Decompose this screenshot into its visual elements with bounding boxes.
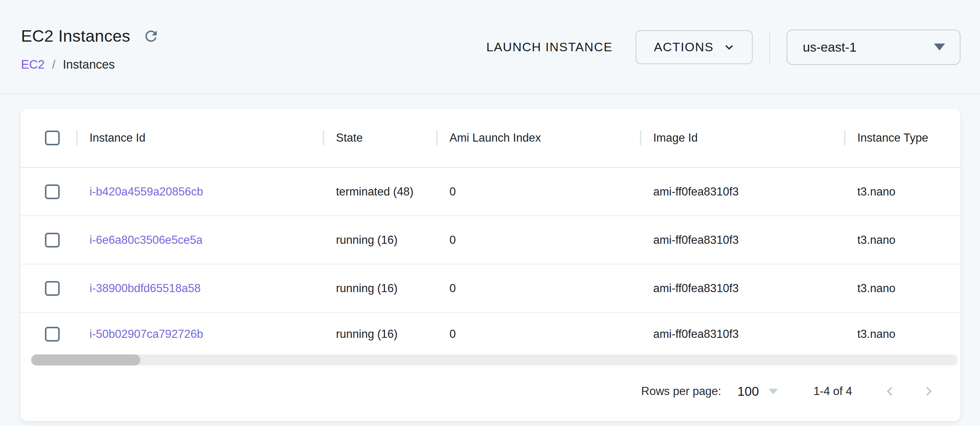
cell-state: running (16) — [323, 327, 436, 341]
pagination-range: 1-4 of 4 — [813, 385, 852, 398]
table-row: i-6e6a80c3506e5ce5a running (16) 0 ami-f… — [21, 216, 961, 265]
table-row: i-50b02907ca792726b running (16) 0 ami-f… — [21, 313, 961, 356]
horizontal-scrollbar-thumb[interactable] — [31, 354, 140, 365]
caret-down-icon — [768, 389, 778, 394]
table-row: i-38900bdfd65518a58 running (16) 0 ami-f… — [21, 265, 961, 313]
breadcrumb-current: Instances — [63, 57, 115, 72]
cell-ami-launch-index: 0 — [436, 233, 640, 247]
cell-ami-launch-index: 0 — [436, 282, 640, 295]
column-header-state: State — [323, 131, 436, 145]
rows-per-page-select[interactable]: 100 — [737, 384, 778, 399]
instance-id-link[interactable]: i-b420a4559a20856cb — [89, 185, 204, 198]
instance-id-link[interactable]: i-50b02907ca792726b — [89, 327, 204, 340]
cell-instance-id: i-38900bdfd65518a58 — [76, 282, 323, 295]
cell-image-id: ami-ff0fea8310f3 — [640, 233, 844, 247]
row-checkbox[interactable] — [45, 233, 60, 247]
cell-ami-launch-index: 0 — [436, 185, 640, 198]
cell-state: terminated (48) — [323, 185, 436, 198]
breadcrumb-separator: / — [52, 57, 55, 72]
row-checkbox[interactable] — [45, 184, 60, 199]
chevron-left-icon — [881, 383, 899, 400]
cell-instance-id: i-b420a4559a20856cb — [76, 185, 323, 198]
instance-id-link[interactable]: i-38900bdfd65518a58 — [89, 282, 201, 295]
select-all-checkbox[interactable] — [45, 131, 60, 145]
region-select[interactable]: us-east-1 — [787, 30, 961, 65]
chevron-right-icon — [920, 383, 938, 400]
cell-instance-type: t3.nano — [844, 327, 961, 341]
pagination-bar: Rows per page: 100 1-4 of 4 — [21, 372, 961, 410]
cell-instance-id: i-6e6a80c3506e5ce5a — [76, 233, 323, 247]
title-row: EC2 Instances — [21, 27, 160, 46]
breadcrumb: EC2 / Instances — [21, 57, 115, 72]
column-separator — [323, 131, 324, 145]
cell-instance-type: t3.nano — [844, 282, 961, 295]
cell-image-id: ami-ff0fea8310f3 — [640, 327, 844, 341]
region-select-value: us-east-1 — [803, 40, 857, 54]
row-checkbox[interactable] — [45, 281, 60, 296]
cell-image-id: ami-ff0fea8310f3 — [640, 185, 844, 198]
actions-button-label: ACTIONS — [654, 40, 714, 54]
column-separator — [436, 131, 438, 145]
actions-dropdown-button[interactable]: ACTIONS — [636, 30, 752, 64]
next-page-button[interactable] — [920, 383, 938, 400]
row-checkbox[interactable] — [45, 327, 60, 341]
page-title: EC2 Instances — [21, 27, 130, 46]
previous-page-button[interactable] — [881, 383, 899, 400]
cell-instance-id: i-50b02907ca792726b — [76, 327, 323, 341]
cell-instance-type: t3.nano — [844, 185, 961, 198]
column-header-instance-type: Instance Type — [844, 131, 961, 145]
header-checkbox-cell — [21, 131, 76, 145]
instances-table-card: Instance Id State Ami Launch Index Image… — [21, 109, 961, 421]
column-header-ami-launch-index: Ami Launch Index — [436, 131, 640, 145]
chevron-down-icon — [722, 40, 737, 54]
launch-instance-button[interactable]: LAUNCH INSTANCE — [484, 40, 616, 54]
rows-per-page-label: Rows per page: — [641, 385, 721, 398]
table-header-row: Instance Id State Ami Launch Index Image… — [21, 109, 961, 168]
cell-instance-type: t3.nano — [844, 233, 961, 247]
cell-state: running (16) — [323, 282, 436, 295]
header-controls: LAUNCH INSTANCE ACTIONS us-east-1 — [484, 0, 961, 94]
cell-state: running (16) — [323, 233, 436, 247]
refresh-icon — [143, 28, 159, 45]
horizontal-scrollbar-track[interactable] — [30, 354, 958, 365]
page-header: EC2 Instances EC2 / Instances LAUNCH INS… — [0, 0, 980, 94]
caret-down-icon — [934, 43, 945, 51]
column-separator — [640, 131, 641, 145]
column-header-image-id: Image Id — [640, 131, 844, 145]
column-header-instance-id: Instance Id — [76, 131, 323, 145]
rows-per-page-value: 100 — [737, 384, 759, 399]
cell-image-id: ami-ff0fea8310f3 — [640, 282, 844, 295]
breadcrumb-ec2-link[interactable]: EC2 — [21, 57, 45, 72]
toolbar-divider — [769, 31, 770, 64]
column-separator — [76, 131, 78, 145]
refresh-button[interactable] — [142, 27, 160, 45]
column-separator — [844, 131, 846, 145]
instance-id-link[interactable]: i-6e6a80c3506e5ce5a — [89, 233, 203, 246]
cell-ami-launch-index: 0 — [436, 327, 640, 341]
table-row: i-b420a4559a20856cb terminated (48) 0 am… — [21, 168, 961, 216]
